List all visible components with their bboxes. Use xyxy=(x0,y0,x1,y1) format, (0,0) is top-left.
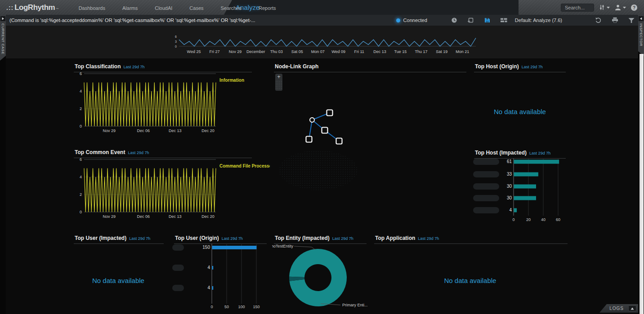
nav-item-alarms[interactable]: Alarms xyxy=(114,5,146,11)
widget-top-host-origin: Top Host (Origin) Last 29d 7h No data av… xyxy=(472,62,568,147)
svg-text:50: 50 xyxy=(224,305,229,309)
logs-tab[interactable]: LOGS xyxy=(599,304,638,313)
search-input[interactable]: Search... xyxy=(561,4,594,12)
svg-text:30: 30 xyxy=(507,195,512,200)
time-range-icon[interactable] xyxy=(451,17,457,23)
widget-range-label: Last 29d 7h xyxy=(522,65,543,69)
events-timeline-chart[interactable]: 630Wed 25Fri 27Nov 29DecemberThu 03Sat 0… xyxy=(165,34,480,57)
user-menu-icon[interactable] xyxy=(614,4,626,11)
print-icon[interactable] xyxy=(612,17,618,23)
svg-text:Wed 25: Wed 25 xyxy=(187,49,201,54)
current-case-tab[interactable]: CURRENT CASE xyxy=(0,15,6,61)
host-impacted-bar-chart[interactable]: 0204060613330304 xyxy=(472,155,568,231)
classification-line-chart[interactable]: 6420Nov 29Dec 06Dec 13Dec 20Information xyxy=(72,70,270,137)
svg-text:40: 40 xyxy=(541,217,546,222)
user-origin-bar-chart[interactable]: 05010015015044 xyxy=(172,241,268,314)
svg-text:100: 100 xyxy=(238,305,245,309)
inspector-tab[interactable]: INSPECTOR xyxy=(638,15,644,56)
widget-top-application: Top Application Last 29d 7h No data avai… xyxy=(372,234,568,314)
svg-text:Dec 13: Dec 13 xyxy=(169,214,182,219)
filter-icon[interactable] xyxy=(628,18,635,23)
widget-title: Top Host (Origin) xyxy=(475,63,519,70)
widget-top-common-event: Top Common Event Last 29d 7h 6420Nov 29D… xyxy=(72,148,270,231)
svg-text:Dec 13: Dec 13 xyxy=(169,128,182,133)
expand-logs-button[interactable] xyxy=(628,305,636,311)
nav-item-cloudai[interactable]: CloudAI xyxy=(146,5,181,11)
svg-text:Fri 27: Fri 27 xyxy=(209,49,219,54)
common-event-line-chart[interactable]: 6420Nov 29Dec 06Dec 13Dec 20Command File… xyxy=(72,156,270,223)
top-nav-bar: Analyze .:: LogRhythm ™ DashboardsAlarms… xyxy=(0,0,644,15)
no-data-message: No data available xyxy=(472,75,568,147)
save-icon[interactable] xyxy=(484,17,491,23)
layout-name-label[interactable]: Default: Analyze (7.6) xyxy=(515,18,562,23)
widget-top-user-impacted: Top User (Impacted) Last 29d 7h No data … xyxy=(72,234,165,314)
vertical-scrollbar[interactable] xyxy=(640,54,644,314)
no-data-message: No data available xyxy=(372,247,568,314)
expand-inspector-button[interactable] xyxy=(639,16,644,21)
svg-text:Nov 29: Nov 29 xyxy=(229,49,242,54)
logo-mark-icon: .:: xyxy=(6,4,13,11)
svg-text:Thu 17: Thu 17 xyxy=(415,49,427,54)
widget-range-label: Last 29d 7h xyxy=(222,236,243,241)
svg-text:150: 150 xyxy=(202,245,210,250)
trademark-symbol: ™ xyxy=(56,8,58,10)
chevron-down-icon xyxy=(623,7,626,9)
svg-text:4: 4 xyxy=(207,285,210,290)
logrhythm-dashboard: Analyze .:: LogRhythm ™ DashboardsAlarms… xyxy=(0,0,644,314)
svg-text:61: 61 xyxy=(507,159,512,164)
nav-item-reports[interactable]: Reports xyxy=(250,5,285,11)
add-tab-icon[interactable] xyxy=(467,17,474,23)
widget-range-label: Last 29d 7h xyxy=(418,236,439,241)
node-link-canvas[interactable] xyxy=(272,71,470,233)
widget-title: Top Common Event xyxy=(75,149,125,155)
widget-node-link-graph: Node-Link Graph + xyxy=(272,62,470,233)
svg-text:0: 0 xyxy=(175,45,177,48)
svg-text:Sat 19: Sat 19 xyxy=(436,49,447,54)
query-text[interactable]: (Command is 'sql:%get-accepteddomain%' O… xyxy=(9,18,396,23)
widget-range-label: Last 29d 7h xyxy=(129,236,150,241)
logo-text: LogRhythm xyxy=(14,3,55,12)
svg-text:Dec 06: Dec 06 xyxy=(137,214,150,219)
widget-range-label: Last 29d 7h xyxy=(529,151,550,155)
svg-text:Mon 21: Mon 21 xyxy=(456,49,469,54)
svg-text:20: 20 xyxy=(526,217,531,222)
svg-text:4: 4 xyxy=(80,89,82,93)
widget-top-classification: Top Classification Last 29d 7h 6420Nov 2… xyxy=(72,62,270,145)
nav-item-cases[interactable]: Cases xyxy=(181,5,212,11)
svg-text:30: 30 xyxy=(507,184,512,189)
svg-text:0: 0 xyxy=(80,210,82,214)
widget-range-label: Last 29d 7h xyxy=(123,65,144,69)
filter-bar: (Command is 'sql:%get-accepteddomain%' O… xyxy=(6,15,638,26)
undo-icon[interactable] xyxy=(595,17,602,23)
left-rail: CURRENT CASE xyxy=(0,15,6,314)
svg-text:Dec 20: Dec 20 xyxy=(201,214,215,219)
svg-text:Information: Information xyxy=(219,78,244,83)
svg-text:Primary Enti...: Primary Enti... xyxy=(342,303,367,307)
widget-title: Top User (Origin) xyxy=(175,235,219,241)
connection-status-label: Connected xyxy=(403,18,427,23)
widget-title: Top Host (Impacted) xyxy=(475,150,527,156)
settings-sliders-icon[interactable] xyxy=(599,4,610,11)
widget-title: Top User (Impacted) xyxy=(75,235,126,241)
svg-text:Tue 15: Tue 15 xyxy=(394,49,407,54)
svg-text:EchoTestEntity: EchoTestEntity xyxy=(272,244,293,248)
svg-text:4: 4 xyxy=(207,265,210,270)
timeline-band: 630Wed 25Fri 27Nov 29DecemberThu 03Sat 0… xyxy=(6,26,638,58)
nav-item-searches[interactable]: Searches xyxy=(212,5,250,11)
svg-text:60: 60 xyxy=(556,217,560,222)
chevron-down-icon xyxy=(607,7,610,9)
expand-current-case-button[interactable] xyxy=(0,16,5,21)
svg-text:6: 6 xyxy=(175,35,177,38)
svg-text:?: ? xyxy=(633,5,635,10)
layout-icon[interactable] xyxy=(501,18,507,23)
widget-title: Top Classification xyxy=(75,63,121,70)
svg-text:33: 33 xyxy=(507,172,512,177)
widget-top-entity-impacted: Top Entity (Impacted) Last 29d 7h EchoTe… xyxy=(272,234,367,314)
nav-item-dashboards[interactable]: Dashboards xyxy=(70,5,114,11)
svg-text:2: 2 xyxy=(80,192,82,197)
svg-text:Fri 11: Fri 11 xyxy=(354,49,364,54)
svg-text:4: 4 xyxy=(80,175,82,179)
logrhythm-logo: .:: LogRhythm ™ xyxy=(6,3,58,12)
entity-impacted-donut-chart[interactable]: EchoTestEntityPrimary Enti... xyxy=(272,239,367,314)
help-icon[interactable]: ? xyxy=(631,4,638,11)
